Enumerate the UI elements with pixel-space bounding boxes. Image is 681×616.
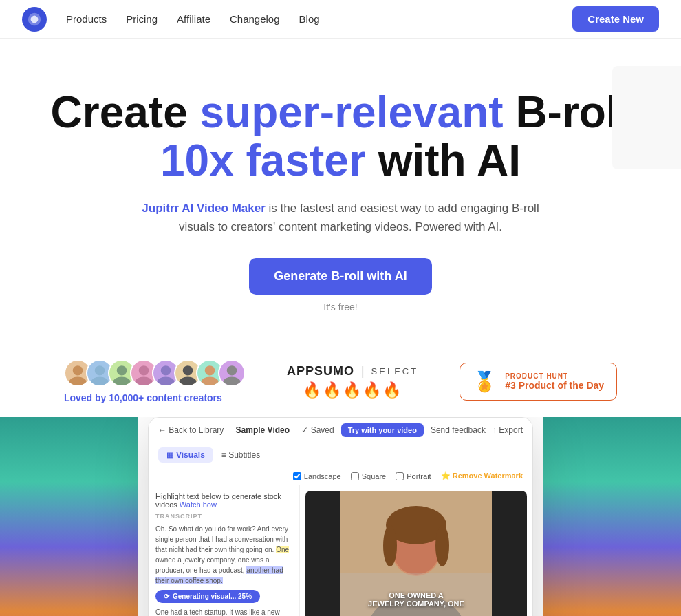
video-preview: ONE OWNED AJEWELRY COMPANY, ONE ▶ 0:07 /… bbox=[305, 491, 527, 616]
try-with-video-button[interactable]: Try with your video bbox=[341, 423, 424, 437]
transcript-label: TRANSCRIPT bbox=[155, 513, 292, 520]
svg-point-21 bbox=[383, 525, 397, 566]
svg-point-11 bbox=[183, 365, 193, 375]
product-hunt-badge: 🏅 PRODUCT HUNT #3 Product of the Day bbox=[460, 363, 617, 401]
nav-products[interactable]: Products bbox=[66, 13, 107, 25]
nav-blog[interactable]: Blog bbox=[299, 13, 320, 25]
svg-point-6 bbox=[113, 377, 130, 387]
hero-description: Jupitrr AI Video Maker is the fastest an… bbox=[134, 199, 547, 236]
generate-broll-button[interactable]: Generate B-roll with AI bbox=[249, 258, 431, 295]
nav-changelog[interactable]: Changelog bbox=[230, 13, 280, 25]
avatars-section: Loved by 10,000+ content creators bbox=[64, 359, 246, 403]
create-new-button[interactable]: Create New bbox=[572, 6, 659, 32]
color-strip-left bbox=[0, 417, 138, 616]
svg-point-15 bbox=[227, 365, 237, 375]
send-feedback-link[interactable]: Send feedback bbox=[431, 425, 486, 435]
avatar bbox=[218, 359, 246, 387]
appsumo-badge: APPSUMO | SELECT 🔥🔥🔥🔥🔥 bbox=[287, 364, 418, 399]
highlight-instruction: Highlight text below to generate stock v… bbox=[155, 492, 292, 509]
ph-text: PRODUCT HUNT #3 Product of the Day bbox=[505, 372, 604, 391]
nav-links: Products Pricing Affiliate Changelog Blo… bbox=[66, 13, 572, 25]
svg-point-10 bbox=[157, 377, 174, 387]
appsumo-stars: 🔥🔥🔥🔥🔥 bbox=[303, 381, 402, 399]
spinner-icon: ⟳ bbox=[164, 593, 169, 600]
svg-point-22 bbox=[435, 525, 449, 566]
watch-how-link[interactable]: Watch how bbox=[180, 500, 217, 509]
app-window: ← Back to Library Sample Video ✓ Saved T… bbox=[148, 417, 533, 616]
app-tabs: ▦ Visuals ≡ Subtitles bbox=[149, 443, 532, 467]
svg-point-2 bbox=[69, 377, 86, 387]
nav-pricing[interactable]: Pricing bbox=[126, 13, 158, 25]
square-option[interactable]: Square bbox=[351, 472, 386, 480]
layout-options: Landscape Square Portrait ⭐ Remove Water… bbox=[149, 467, 532, 485]
transcript-text-2: One had a tech startup. It was like a ne… bbox=[155, 607, 292, 616]
svg-point-13 bbox=[205, 365, 215, 375]
back-to-library[interactable]: ← Back to Library bbox=[158, 425, 224, 435]
svg-point-3 bbox=[95, 365, 105, 375]
svg-point-7 bbox=[139, 365, 149, 375]
hero-section: Create super-relevant B-roll 10x faster … bbox=[0, 39, 681, 340]
avatar-group bbox=[64, 359, 246, 387]
navbar: Products Pricing Affiliate Changelog Blo… bbox=[0, 0, 681, 39]
svg-point-1 bbox=[73, 365, 83, 375]
video-caption: ONE OWNED AJEWELRY COMPANY, ONE bbox=[368, 591, 464, 608]
svg-point-12 bbox=[179, 377, 196, 387]
saved-status: ✓ Saved bbox=[301, 425, 334, 435]
subtitles-icon: ≡ bbox=[221, 450, 226, 460]
social-proof-section: Loved by 10,000+ content creators APPSUM… bbox=[0, 340, 681, 417]
app-topbar: ← Back to Library Sample Video ✓ Saved T… bbox=[149, 418, 532, 443]
color-strip-right bbox=[543, 417, 681, 616]
svg-point-9 bbox=[161, 365, 171, 375]
transcript-text-1: Oh. So what do you do for work? And ever… bbox=[155, 524, 292, 586]
tab-visuals[interactable]: ▦ Visuals bbox=[158, 447, 213, 463]
svg-point-14 bbox=[201, 377, 218, 387]
left-panel: Highlight text below to generate stock v… bbox=[149, 485, 300, 616]
right-panel: ONE OWNED AJEWELRY COMPANY, ONE ▶ 0:07 /… bbox=[300, 485, 532, 616]
app-screenshot-section: ← Back to Library Sample Video ✓ Saved T… bbox=[0, 417, 681, 616]
tab-subtitles[interactable]: ≡ Subtitles bbox=[213, 447, 268, 463]
portrait-option[interactable]: Portrait bbox=[396, 472, 431, 480]
generating-status: ⟳ Generating visual... 25% bbox=[155, 590, 260, 603]
logo[interactable] bbox=[22, 7, 47, 32]
hero-headline: Create super-relevant B-roll 10x faster … bbox=[22, 88, 659, 185]
svg-point-5 bbox=[117, 365, 127, 375]
sample-video-title: Sample Video bbox=[236, 425, 290, 435]
ph-medal-icon: 🏅 bbox=[473, 370, 497, 393]
svg-point-16 bbox=[223, 377, 240, 387]
visuals-icon: ▦ bbox=[166, 451, 173, 460]
free-label: It's free! bbox=[22, 301, 659, 312]
app-main-content: Highlight text below to generate stock v… bbox=[149, 485, 532, 616]
remove-watermark-button[interactable]: ⭐ Remove Watermark bbox=[441, 471, 523, 480]
export-button[interactable]: ↑ Export bbox=[493, 425, 523, 435]
nav-affiliate[interactable]: Affiliate bbox=[177, 13, 210, 25]
svg-point-8 bbox=[135, 377, 152, 387]
landscape-option[interactable]: Landscape bbox=[293, 472, 341, 480]
app-actions: ✓ Saved Try with your video Send feedbac… bbox=[301, 423, 523, 437]
svg-point-4 bbox=[91, 377, 108, 387]
loved-by-label: Loved by 10,000+ content creators bbox=[64, 392, 222, 403]
